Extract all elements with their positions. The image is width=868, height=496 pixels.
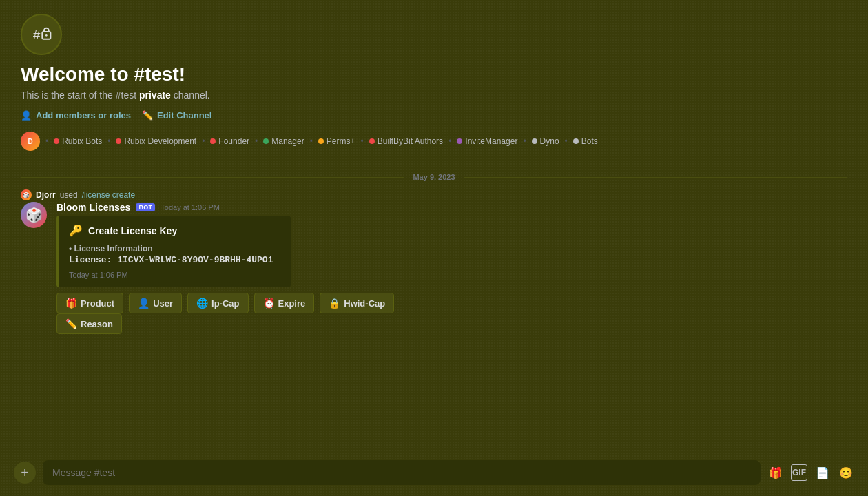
expire-icon: ⏰ <box>263 298 275 309</box>
date-divider: May 9, 2023 <box>21 173 847 181</box>
role-dyno: Dyno <box>532 136 559 146</box>
user-button[interactable]: 👤 User <box>129 293 182 313</box>
role-rubix-bots: Rubix Bots <box>54 136 102 146</box>
main-content: # Welcome to #test! This is the start of… <box>0 0 868 496</box>
role-dot <box>318 138 324 144</box>
role-invitemanager: InviteManager <box>457 136 517 146</box>
bot-avatar: 🎲 <box>21 202 47 228</box>
role-dot <box>457 138 462 144</box>
channel-description: This is the start of the #test private c… <box>21 90 847 101</box>
role-dot <box>263 138 269 144</box>
product-button[interactable]: 🎁 Product <box>56 293 123 313</box>
command-user: Djorr <box>36 190 56 200</box>
action-buttons: 🎁 Product 👤 User 🌐 Ip-Cap ⏰ Expire 🔒 <box>56 293 847 313</box>
message-body: Bloom Licenses BOT Today at 1:06 PM 🔑 Cr… <box>56 202 847 334</box>
product-icon: 🎁 <box>65 298 77 309</box>
role-dot <box>116 138 121 144</box>
embed-title: 🔑 Create License Key <box>69 224 281 237</box>
key-icon: 🔑 <box>69 224 83 237</box>
edit-channel-button[interactable]: ✏️ Edit Channel <box>142 110 211 121</box>
user-icon: 👤 <box>138 298 149 309</box>
message-timestamp: Today at 1:06 PM <box>161 203 220 211</box>
add-person-icon: 👤 <box>21 110 32 121</box>
embed-footer: Today at 1:06 PM <box>69 271 281 279</box>
role-builtbybit: BuiltByBit Authors <box>369 136 443 146</box>
command-name: /license create <box>82 190 135 200</box>
embed-section-title: • License Information <box>69 244 281 254</box>
message-author: Bloom Licenses <box>56 202 130 213</box>
embed-section: • License Information License: 1ICVX-WRL… <box>69 244 281 265</box>
action-buttons-row2: ✏️ Reason <box>56 313 847 334</box>
hwid-cap-button[interactable]: 🔒 Hwid-Cap <box>320 293 394 313</box>
hash-lock-icon: # <box>30 23 52 45</box>
role-dot <box>369 138 375 144</box>
role-manager: Manager <box>263 136 304 146</box>
embed-card: 🔑 Create License Key • License Informati… <box>56 216 291 287</box>
role-dot <box>54 138 59 144</box>
role-perms: Perms+ <box>318 136 355 146</box>
embed-license-value: License: 1ICVX-WRLWC-8Y9OV-9BRHH-4UPO1 <box>69 255 281 265</box>
channel-title: Welcome to #test! <box>21 63 847 85</box>
role-dot <box>210 138 216 144</box>
svg-text:#: # <box>33 28 41 42</box>
role-dot <box>532 138 537 144</box>
message-header: Bloom Licenses BOT Today at 1:06 PM <box>56 202 847 213</box>
svg-point-2 <box>45 34 48 37</box>
avatar: D <box>21 132 40 151</box>
members-bar: D • Rubix Bots • Rubix Development • Fou… <box>21 132 847 151</box>
role-dot <box>573 138 579 144</box>
reason-icon: ✏️ <box>65 318 77 329</box>
expire-button[interactable]: ⏰ Expire <box>254 293 315 313</box>
role-founder: Founder <box>210 136 249 146</box>
ip-cap-button[interactable]: 🌐 Ip-Cap <box>187 293 248 313</box>
djorr-small-avatar: 🎲 <box>21 189 32 200</box>
channel-actions: 👤 Add members or roles ✏️ Edit Channel <box>21 110 847 121</box>
add-members-button[interactable]: 👤 Add members or roles <box>21 110 131 121</box>
command-used-row: 🎲 Djorr used /license create <box>21 189 847 200</box>
pencil-icon: ✏️ <box>142 110 153 121</box>
role-bots: Bots <box>573 136 598 146</box>
bot-badge: BOT <box>136 203 155 211</box>
reason-button[interactable]: ✏️ Reason <box>56 313 122 334</box>
role-rubix-dev: Rubix Development <box>116 136 196 146</box>
date-text: May 9, 2023 <box>413 173 455 181</box>
ip-cap-icon: 🌐 <box>196 298 208 309</box>
channel-icon: # <box>21 14 62 55</box>
hwid-icon: 🔒 <box>329 298 340 309</box>
message-group: 🎲 Bloom Licenses BOT Today at 1:06 PM 🔑 … <box>21 202 847 334</box>
